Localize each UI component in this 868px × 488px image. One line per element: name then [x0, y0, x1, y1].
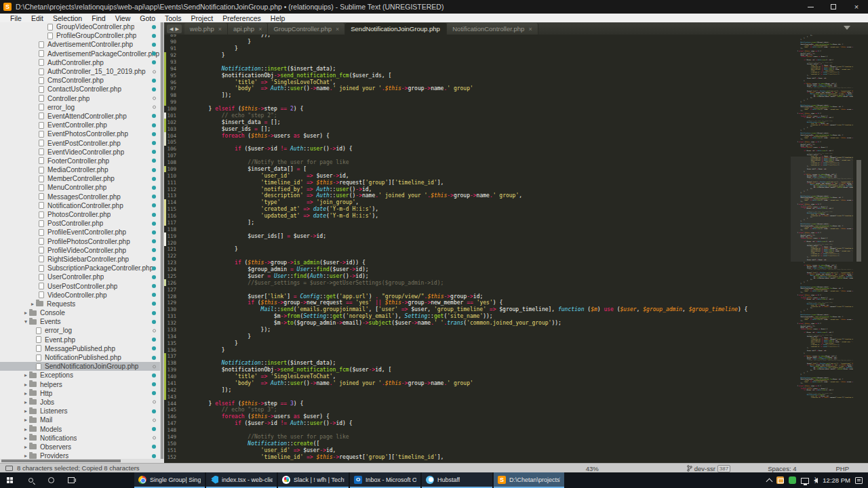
expand-icon[interactable]: ▸: [22, 382, 29, 388]
line-number[interactable]: 128: [166, 293, 182, 300]
tree-file-eventvideocontroller-php[interactable]: EventVideoController.php: [0, 148, 164, 157]
menu-help[interactable]: Help: [266, 14, 290, 22]
expand-icon[interactable]: ▸: [22, 426, 29, 432]
line-number[interactable]: 96: [166, 79, 182, 85]
expand-icon[interactable]: ▸: [22, 310, 29, 316]
tab-close-icon[interactable]: ×: [336, 26, 339, 33]
close-button[interactable]: ×: [845, 0, 868, 14]
line-number[interactable]: 108: [166, 159, 182, 165]
line-number[interactable]: 122: [166, 253, 182, 259]
line-number[interactable]: 134: [166, 333, 182, 340]
tree-file-authcontroller-php[interactable]: AuthController.php: [0, 58, 164, 67]
tree-folder-console[interactable]: ▸Console: [0, 308, 164, 317]
line-number[interactable]: 114: [166, 199, 182, 205]
line-number[interactable]: 121: [166, 246, 182, 252]
line-number[interactable]: 149: [166, 434, 182, 440]
search-button[interactable]: [20, 472, 41, 488]
line-number[interactable]: 151: [166, 447, 182, 453]
minimize-button[interactable]: [799, 0, 822, 14]
line-number[interactable]: 143: [166, 394, 182, 400]
task-view-button[interactable]: [61, 472, 81, 488]
line-number[interactable]: 92: [166, 52, 182, 58]
line-number[interactable]: 91: [166, 45, 182, 52]
line-number[interactable]: 125: [166, 273, 182, 279]
line-number[interactable]: 106: [166, 146, 182, 152]
tree-folder-helpers[interactable]: ▸helpers: [0, 380, 164, 389]
start-button[interactable]: [0, 472, 20, 488]
tree-file-error-log[interactable]: error_log: [0, 103, 164, 112]
line-number[interactable]: 104: [166, 133, 182, 139]
line-number[interactable]: 97: [166, 85, 182, 92]
menu-tools[interactable]: Tools: [160, 14, 186, 22]
tree-folder-notifications[interactable]: ▸Notifications: [0, 434, 164, 443]
line-number[interactable]: 105: [166, 139, 182, 145]
menu-selection[interactable]: Selection: [48, 14, 87, 22]
tree-file-notificationpublished-php[interactable]: NotificationPublished.php: [0, 353, 164, 362]
menu-goto[interactable]: Goto: [135, 14, 160, 22]
line-number[interactable]: 90: [166, 39, 182, 45]
tab-overflow-icon[interactable]: [844, 26, 850, 30]
tab-web.php[interactable]: web.php×: [184, 23, 228, 35]
collapse-icon[interactable]: ▾: [22, 319, 29, 325]
line-number[interactable]: 126: [166, 280, 182, 286]
line-number[interactable]: 117: [166, 220, 182, 226]
line-number[interactable]: 137: [166, 353, 182, 359]
tree-file-menucontroller-php[interactable]: MenuController.php: [0, 183, 164, 192]
status-indentation[interactable]: Spaces: 4: [768, 465, 796, 472]
tree-folder-http[interactable]: ▸Http: [0, 389, 164, 398]
line-number[interactable]: 103: [166, 126, 182, 132]
expand-icon[interactable]: ▸: [29, 301, 36, 307]
tree-file-messagescontroller-php[interactable]: MessagesController.php: [0, 192, 164, 201]
tree-folder-jobs[interactable]: ▸Jobs: [0, 398, 164, 407]
tray-mail-icon[interactable]: [776, 476, 784, 484]
menu-find[interactable]: Find: [87, 14, 110, 22]
tree-file-cmscontroller-php[interactable]: CmsController.php: [0, 76, 164, 85]
expand-icon[interactable]: ▸: [22, 372, 29, 378]
expand-icon[interactable]: ▸: [22, 453, 29, 459]
menu-preferences[interactable]: Preferences: [218, 14, 266, 22]
tree-file-eventattendcontroller-php[interactable]: EventAttendController.php: [0, 112, 164, 121]
line-number[interactable]: 101: [166, 113, 182, 119]
line-number[interactable]: 119: [166, 233, 182, 239]
line-number[interactable]: 127: [166, 287, 182, 293]
tree-folder-observers[interactable]: ▸Observers: [0, 443, 164, 451]
tree-file-videocontroller-php[interactable]: VideoController.php: [0, 291, 164, 300]
line-number[interactable]: 94: [166, 66, 182, 72]
line-number[interactable]: 95: [166, 73, 182, 79]
tree-file-contactuscontroller-php[interactable]: ContactUsController.php: [0, 85, 164, 94]
tree-file-subscriptionpackagecontroller-php[interactable]: SubscriptionPackageController.php: [0, 264, 164, 272]
line-number[interactable]: 89: [166, 35, 182, 38]
line-number[interactable]: 132: [166, 320, 182, 326]
expand-icon[interactable]: ▸: [22, 390, 29, 396]
tree-file-profilegroupcontroller-php[interactable]: ProfileGroupController.php: [0, 31, 164, 40]
menu-file[interactable]: File: [5, 14, 26, 22]
line-number[interactable]: 99: [166, 99, 182, 105]
line-number[interactable]: 129: [166, 300, 182, 306]
tray-network-icon[interactable]: [801, 478, 809, 484]
tree-file-sendnotificationjoingroup-php[interactable]: SendNotificationJoinGroup.php: [0, 362, 164, 371]
line-number[interactable]: 145: [166, 407, 182, 413]
tree-file-postcontroller-php[interactable]: PostController.php: [0, 219, 164, 228]
line-number[interactable]: 136: [166, 347, 182, 353]
line-number[interactable]: 147: [166, 420, 182, 426]
tree-folder-requests[interactable]: ▸Requests: [0, 300, 164, 308]
line-number[interactable]: 123: [166, 260, 182, 266]
tree-folder-listeners[interactable]: ▸Listeners: [0, 407, 164, 415]
line-number[interactable]: 150: [166, 441, 182, 447]
action-center-icon[interactable]: [855, 477, 863, 484]
tree-file-messagepublished-php[interactable]: MessagePublished.php: [0, 344, 164, 353]
line-number[interactable]: 102: [166, 119, 182, 125]
tab-prev-icon[interactable]: ◀: [170, 26, 173, 32]
line-number[interactable]: 130: [166, 306, 182, 312]
tree-folder-events[interactable]: ▾Events: [0, 317, 164, 326]
tree-file-profilephotoscontroller-php[interactable]: ProfilePhotosController.php: [0, 237, 164, 246]
taskbar-app-sublime[interactable]: SD:\Chetan\projects\r...: [494, 472, 564, 488]
taskbar-clock[interactable]: 12:28 PM: [823, 476, 850, 484]
tab-close-icon[interactable]: ×: [528, 26, 532, 33]
line-number[interactable]: 118: [166, 226, 182, 232]
tray-chevron-up-icon[interactable]: [766, 478, 773, 485]
tab-next-icon[interactable]: ▶: [175, 26, 178, 32]
tab-GroupController.php[interactable]: GroupController.php×: [268, 23, 345, 35]
line-number[interactable]: 100: [166, 106, 182, 112]
line-number[interactable]: 152: [166, 454, 182, 460]
